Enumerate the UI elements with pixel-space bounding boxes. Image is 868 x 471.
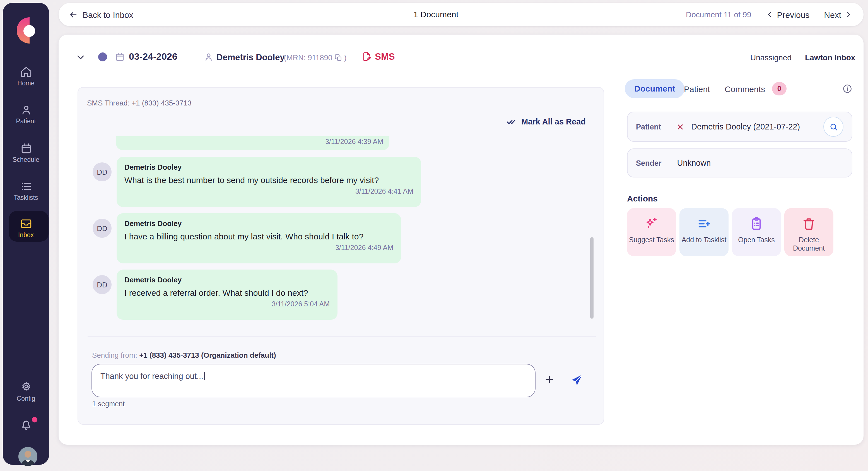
sender-avatar: DD bbox=[93, 275, 112, 294]
user-avatar[interactable] bbox=[19, 447, 37, 466]
sidebar-item-tasklists[interactable]: Tasklists bbox=[3, 180, 49, 201]
message-bubble: Demetris Dooley What is the best number … bbox=[117, 157, 421, 207]
sidebar-item-label: Tasklists bbox=[3, 194, 49, 201]
add-to-tasklist-button[interactable]: Add to Tasklist bbox=[679, 208, 728, 256]
patient-field-label: Patient bbox=[636, 122, 661, 131]
home-icon bbox=[20, 66, 32, 78]
text-cursor bbox=[204, 372, 205, 380]
message-bubble: Demetris Dooley I received a referral or… bbox=[117, 269, 338, 320]
message-bubble: Demetris Dooley I have a billing questio… bbox=[117, 213, 401, 263]
add-attachment-button[interactable] bbox=[545, 375, 555, 384]
next-document-button[interactable]: Next bbox=[824, 10, 852, 19]
arrow-left-icon bbox=[69, 10, 78, 19]
patient-mrn: (MRN: 911890 ) bbox=[284, 54, 347, 62]
copy-mrn-button[interactable] bbox=[335, 54, 342, 61]
patient-icon bbox=[20, 104, 32, 116]
message-bubble: 3/11/2026 4:39 AM bbox=[116, 136, 390, 150]
previous-document-button[interactable]: Previous bbox=[766, 10, 810, 19]
delete-document-button[interactable]: Delete Document bbox=[784, 208, 833, 256]
sender-field-value: Unknown bbox=[677, 158, 711, 168]
mark-all-read-button[interactable]: Mark All as Read bbox=[507, 117, 586, 126]
message-compose-input[interactable]: Thank you for reaching out... bbox=[92, 364, 535, 398]
sms-document-icon bbox=[362, 51, 372, 62]
top-bar: Back to Inbox 1 Document Document 11 of … bbox=[59, 3, 864, 26]
open-tasks-button[interactable]: Open Tasks bbox=[732, 208, 781, 256]
mrn-text: (MRN: 911890 bbox=[284, 54, 333, 62]
message-timestamp: 3/11/2026 4:49 AM bbox=[124, 244, 393, 252]
suggest-tasks-button[interactable]: Suggest Tasks bbox=[627, 208, 676, 256]
info-button[interactable] bbox=[842, 84, 852, 94]
mrn-suffix: ) bbox=[344, 54, 347, 62]
message-timestamp: 3/11/2026 5:04 AM bbox=[124, 300, 330, 308]
patient-field-value: Demetris Dooley (2021-07-22) bbox=[691, 122, 800, 131]
inbox-name-selector[interactable]: Lawton Inbox bbox=[805, 53, 855, 62]
assignee-selector[interactable]: Unassigned bbox=[750, 53, 792, 62]
patient-name: Demetris Dooley bbox=[216, 53, 285, 62]
sidebar-item-patient[interactable]: Patient bbox=[3, 104, 49, 124]
copy-icon bbox=[335, 54, 342, 61]
message-text: I have a billing question about my last … bbox=[124, 232, 393, 241]
search-icon bbox=[829, 122, 838, 131]
x-icon bbox=[677, 123, 684, 130]
sidebar-item-config[interactable]: Config bbox=[3, 381, 49, 402]
avatar-initials: DD bbox=[97, 281, 107, 289]
double-check-icon bbox=[507, 118, 517, 125]
sending-from: Sending from: +1 (833) 435-3713 (Organiz… bbox=[92, 351, 276, 359]
message-timestamp: 3/11/2026 4:39 AM bbox=[122, 138, 383, 146]
inbox-icon bbox=[20, 218, 32, 230]
sidebar-item-schedule[interactable]: Schedule bbox=[3, 142, 49, 163]
avatar-initials: DD bbox=[97, 168, 107, 176]
date-calendar-icon bbox=[115, 52, 125, 62]
sms-thread-panel: SMS Thread: +1 (833) 435-3713 Mark All a… bbox=[78, 87, 604, 425]
send-icon bbox=[570, 373, 584, 387]
sending-from-label: Sending from: bbox=[92, 351, 137, 359]
action-label: Open Tasks bbox=[738, 236, 775, 244]
sparkles-icon bbox=[644, 216, 659, 231]
compose-text: Thank you for reaching out... bbox=[100, 372, 203, 381]
thread-scrollbar[interactable] bbox=[590, 237, 593, 319]
sender-avatar: DD bbox=[93, 163, 112, 181]
collapse-document-button[interactable] bbox=[76, 53, 85, 62]
sender-field-label: Sender bbox=[636, 159, 661, 167]
notifications-button[interactable] bbox=[3, 418, 49, 431]
search-patient-button[interactable] bbox=[824, 117, 843, 137]
sidebar: Home Patient Schedule Tasklists Inbox Co… bbox=[3, 3, 49, 465]
actions-heading: Actions bbox=[627, 194, 658, 203]
avatar-initials: DD bbox=[97, 224, 107, 232]
plus-icon bbox=[545, 375, 555, 384]
next-label: Next bbox=[824, 10, 841, 19]
avatar-photo-image bbox=[19, 447, 37, 466]
trash-icon bbox=[802, 216, 816, 231]
divider bbox=[88, 336, 596, 336]
patient-field: Patient Demetris Dooley (2021-07-22) bbox=[627, 112, 852, 142]
send-message-button[interactable] bbox=[570, 373, 584, 387]
message-sender-name: Demetris Dooley bbox=[124, 219, 393, 228]
document-date: 03-24-2026 bbox=[129, 51, 177, 62]
sending-from-value: +1 (833) 435-3713 (Organization default) bbox=[139, 351, 276, 359]
chevron-left-icon bbox=[766, 10, 774, 19]
document-count-title: 1 Document bbox=[413, 3, 459, 26]
sidebar-item-home[interactable]: Home bbox=[3, 66, 49, 87]
action-label: Suggest Tasks bbox=[629, 236, 674, 244]
sender-field: Sender Unknown bbox=[627, 148, 852, 177]
sidebar-item-label: Config bbox=[3, 395, 49, 402]
thread-title: SMS Thread: +1 (833) 435-3713 bbox=[87, 99, 192, 107]
unread-status-dot bbox=[98, 53, 107, 61]
message-sender-name: Demetris Dooley bbox=[124, 163, 413, 171]
sidebar-item-label: Schedule bbox=[3, 156, 49, 163]
chevron-right-icon bbox=[844, 10, 852, 19]
sidebar-item-inbox[interactable]: Inbox bbox=[3, 218, 49, 238]
back-to-inbox-button[interactable]: Back to Inbox bbox=[69, 3, 133, 26]
document-position: Document 11 of 99 bbox=[686, 10, 751, 19]
notification-dot bbox=[32, 417, 37, 422]
pagination-controls: Document 11 of 99 Previous Next bbox=[686, 3, 852, 26]
message-text: What is the best number to send my outsi… bbox=[124, 175, 413, 185]
list-icon bbox=[20, 180, 32, 193]
sidebar-item-label: Home bbox=[3, 80, 49, 87]
bell-icon bbox=[19, 418, 33, 431]
tab-patient[interactable]: Patient bbox=[684, 84, 710, 94]
clear-patient-button[interactable] bbox=[677, 123, 684, 130]
tab-document[interactable]: Document bbox=[625, 79, 685, 98]
message-text: I received a referral order. What should… bbox=[124, 288, 330, 297]
tab-comments[interactable]: Comments bbox=[725, 84, 765, 94]
